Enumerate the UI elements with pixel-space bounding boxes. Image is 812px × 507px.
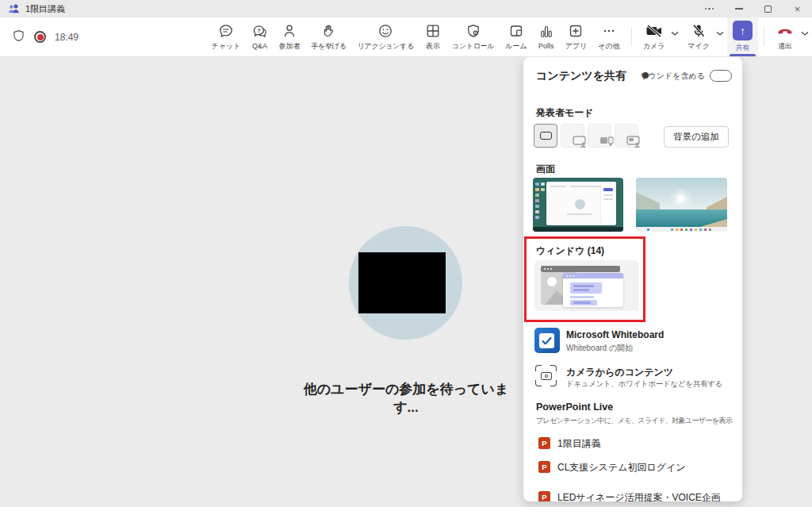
- share-arrow-icon: ↑: [733, 21, 753, 40]
- polls-button[interactable]: Polls: [533, 17, 560, 56]
- leave-label: 退出: [778, 41, 792, 52]
- rooms-label: ルーム: [505, 41, 527, 52]
- view-button[interactable]: 表示: [419, 17, 446, 56]
- recording-indicator-icon: [34, 31, 46, 43]
- include-sound-toggle[interactable]: [710, 70, 732, 82]
- whiteboard-icon: [534, 328, 560, 353]
- mode-standout-button[interactable]: [561, 124, 584, 148]
- more-dots-icon: [601, 23, 617, 39]
- leave-button[interactable]: 退出: [770, 17, 800, 56]
- more-dots-icon: [705, 8, 714, 10]
- apps-plus-icon: [568, 23, 584, 39]
- screen-2-thumbnail[interactable]: [636, 178, 727, 232]
- window-minimize-button[interactable]: [724, 0, 753, 17]
- whiteboard-subtitle: Whiteboard の開始: [566, 343, 633, 354]
- titlebar: 1限目講義 ×: [0, 0, 812, 17]
- share-panel-title: コンテンツを共有: [536, 69, 626, 83]
- meeting-toolbar: 18:49 チャット ? Q&A 参加者 手を挙げる リアクションする: [0, 17, 812, 57]
- mic-label: マイク: [688, 41, 710, 52]
- more-button[interactable]: その他: [592, 17, 625, 56]
- camera-button[interactable]: カメラ: [638, 17, 671, 56]
- leave-options-chevron[interactable]: [800, 17, 812, 56]
- toolbar-divider: [631, 28, 632, 46]
- powerpoint-file-icon: P: [538, 461, 550, 473]
- apps-label: アプリ: [565, 41, 588, 52]
- control-shield-icon: [465, 23, 481, 39]
- thumbnail-taskbar: [533, 227, 623, 232]
- participants-label: 参加者: [279, 41, 301, 52]
- ppt-file-row[interactable]: P LEDサイネージ活用提案・VOICE企画（リーチ: [523, 481, 742, 501]
- react-button[interactable]: リアクションする: [352, 17, 419, 56]
- react-smiley-icon: [377, 23, 393, 39]
- hangup-icon: [776, 23, 795, 39]
- camera-options-chevron[interactable]: [670, 17, 682, 56]
- shield-icon: [12, 29, 25, 46]
- mode-reporter-button[interactable]: [615, 124, 638, 148]
- apps-button[interactable]: アプリ: [560, 17, 593, 56]
- mic-off-icon: [691, 23, 707, 39]
- whiteboard-row[interactable]: Microsoft Whiteboard Whiteboard の開始: [523, 324, 742, 359]
- powerpoint-live-title: PowerPoint Live: [536, 401, 613, 413]
- window-maximize-button[interactable]: [753, 0, 783, 17]
- chat-button[interactable]: チャット: [206, 17, 247, 56]
- powerpoint-live-subtitle: プレゼンテーション中に、メモ、スライド、対象ユーザーを表示します。: [536, 416, 733, 426]
- teams-logo-icon: [7, 3, 20, 14]
- include-sound-row: サウンドを含める: [640, 70, 732, 82]
- raise-hand-button[interactable]: 手を挙げる: [306, 17, 352, 56]
- include-sound-label: サウンドを含める: [640, 71, 705, 82]
- presenter-mode-label: 発表者モード: [536, 106, 594, 120]
- window-more-button[interactable]: [695, 0, 724, 17]
- mode-side-by-side-button[interactable]: [588, 124, 611, 148]
- ppt-file-name: CL支援システム初回ログイン: [557, 461, 686, 474]
- add-background-button[interactable]: 背景の追加: [664, 126, 729, 148]
- view-grid-icon: [425, 23, 441, 39]
- powerpoint-file-icon: P: [538, 491, 550, 501]
- meeting-status: 18:49: [12, 29, 79, 46]
- share-content-panel: コンテンツを共有 サウンドを含める 発表者モード 背景の追加 画面: [523, 57, 742, 501]
- window-thumbnail[interactable]: [534, 260, 639, 311]
- raise-hand-label: 手を挙げる: [312, 41, 347, 52]
- camera-content-icon: [535, 365, 557, 386]
- view-label: 表示: [426, 41, 440, 52]
- teams-meeting-window: 1限目講義 × 18:49 チャット ? Q&A: [0, 0, 812, 507]
- ppt-file-name: 1限目講義: [557, 437, 601, 451]
- share-button[interactable]: ↑ 共有: [727, 17, 758, 56]
- thumbnail-taskbar: [636, 227, 727, 232]
- qa-button[interactable]: ? Q&A: [247, 17, 274, 56]
- control-label: コントロール: [452, 41, 494, 52]
- toolbar-buttons: チャット ? Q&A 参加者 手を挙げる リアクションする 表示: [206, 17, 812, 56]
- window-close-button[interactable]: ×: [783, 0, 812, 17]
- participants-button[interactable]: 参加者: [274, 17, 306, 56]
- chat-icon: [218, 23, 234, 39]
- chat-label: チャット: [212, 41, 241, 52]
- qa-label: Q&A: [252, 42, 267, 50]
- window-controls: ×: [695, 0, 812, 17]
- polls-label: Polls: [538, 42, 554, 50]
- participants-icon: [282, 23, 297, 39]
- illustration-purple-window: [563, 273, 623, 307]
- minimize-icon: [735, 8, 743, 9]
- mic-options-chevron[interactable]: [715, 17, 727, 56]
- avatar-name-redaction: [358, 252, 446, 313]
- camera-label: カメラ: [643, 41, 665, 52]
- waiting-message: 他のユーザーの参加を待っています...: [293, 380, 519, 417]
- wallpaper-sun: [677, 195, 684, 202]
- svg-text:?: ?: [257, 28, 260, 33]
- control-button[interactable]: コントロール: [446, 17, 500, 56]
- rooms-button[interactable]: ルーム: [500, 17, 532, 56]
- powerpoint-file-icon: P: [538, 437, 550, 449]
- camera-off-icon: [645, 23, 664, 39]
- mic-button[interactable]: マイク: [682, 17, 715, 56]
- more-label: その他: [598, 41, 619, 52]
- ppt-file-row[interactable]: P 1限目講義: [523, 433, 742, 454]
- content-only-icon: [540, 132, 552, 140]
- thumbnail-app-window: [546, 182, 616, 225]
- mode-content-only-button[interactable]: [534, 124, 557, 148]
- window-title: 1限目講義: [25, 3, 65, 15]
- ppt-file-row[interactable]: P CL支援システム初回ログイン: [523, 457, 742, 478]
- screens-section-label: 画面: [536, 163, 555, 176]
- screen-1-thumbnail[interactable]: [533, 178, 623, 232]
- camera-content-row[interactable]: カメラからのコンテンツ ドキュメント、ホワイトボードなどを共有する: [523, 362, 742, 395]
- maximize-icon: [764, 6, 772, 13]
- share-active-indicator: [730, 54, 756, 56]
